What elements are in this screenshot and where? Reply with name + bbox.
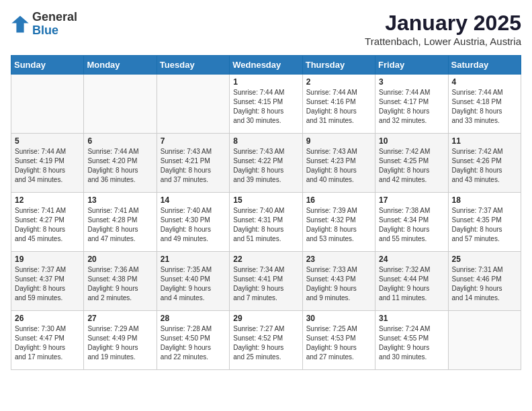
day-number: 10	[379, 136, 444, 146]
logo-general: General	[32, 11, 77, 24]
day-info: Sunrise: 7:41 AM Sunset: 4:28 PM Dayligh…	[87, 206, 152, 244]
day-number: 14	[161, 195, 226, 205]
day-header-thursday: Thursday	[302, 56, 375, 75]
day-info: Sunrise: 7:30 AM Sunset: 4:47 PM Dayligh…	[15, 324, 80, 362]
day-info: Sunrise: 7:24 AM Sunset: 4:55 PM Dayligh…	[379, 324, 444, 362]
day-cell: 31Sunrise: 7:24 AM Sunset: 4:55 PM Dayli…	[375, 311, 448, 370]
calendar-table: SundayMondayTuesdayWednesdayThursdayFrid…	[11, 55, 521, 370]
day-info: Sunrise: 7:28 AM Sunset: 4:50 PM Dayligh…	[161, 324, 226, 362]
day-number: 9	[306, 136, 371, 146]
day-info: Sunrise: 7:42 AM Sunset: 4:26 PM Dayligh…	[452, 147, 517, 185]
day-cell: 20Sunrise: 7:36 AM Sunset: 4:38 PM Dayli…	[84, 252, 157, 311]
day-header-tuesday: Tuesday	[157, 56, 229, 75]
day-info: Sunrise: 7:41 AM Sunset: 4:27 PM Dayligh…	[15, 206, 80, 244]
day-number: 13	[87, 195, 152, 205]
day-number: 12	[15, 195, 80, 205]
day-number: 21	[161, 255, 226, 264]
day-cell	[157, 75, 229, 134]
day-cell: 22Sunrise: 7:34 AM Sunset: 4:41 PM Dayli…	[230, 252, 302, 311]
day-header-sunday: Sunday	[11, 56, 84, 75]
day-cell: 30Sunrise: 7:25 AM Sunset: 4:53 PM Dayli…	[302, 311, 375, 370]
day-cell: 25Sunrise: 7:31 AM Sunset: 4:46 PM Dayli…	[448, 252, 521, 311]
day-number: 23	[306, 255, 371, 264]
day-cell	[84, 75, 157, 134]
day-header-wednesday: Wednesday	[230, 56, 302, 75]
title-block: January 2025 Trattenbach, Lower Austria,…	[365, 11, 521, 47]
day-cell: 23Sunrise: 7:33 AM Sunset: 4:43 PM Dayli…	[302, 252, 375, 311]
day-number: 6	[87, 136, 152, 146]
day-info: Sunrise: 7:43 AM Sunset: 4:21 PM Dayligh…	[161, 147, 226, 185]
day-info: Sunrise: 7:33 AM Sunset: 4:43 PM Dayligh…	[306, 265, 371, 303]
day-info: Sunrise: 7:35 AM Sunset: 4:40 PM Dayligh…	[161, 265, 226, 303]
day-number: 18	[452, 195, 517, 205]
day-cell: 28Sunrise: 7:28 AM Sunset: 4:50 PM Dayli…	[157, 311, 229, 370]
day-number: 5	[15, 136, 80, 146]
day-cell: 12Sunrise: 7:41 AM Sunset: 4:27 PM Dayli…	[11, 193, 84, 252]
week-row-2: 5Sunrise: 7:44 AM Sunset: 4:19 PM Daylig…	[11, 134, 521, 193]
day-info: Sunrise: 7:44 AM Sunset: 4:20 PM Dayligh…	[87, 147, 152, 185]
day-number: 28	[161, 314, 226, 323]
day-cell: 29Sunrise: 7:27 AM Sunset: 4:52 PM Dayli…	[230, 311, 302, 370]
day-cell: 7Sunrise: 7:43 AM Sunset: 4:21 PM Daylig…	[157, 134, 229, 193]
day-info: Sunrise: 7:31 AM Sunset: 4:46 PM Dayligh…	[452, 265, 517, 303]
day-number: 31	[379, 314, 444, 323]
day-info: Sunrise: 7:34 AM Sunset: 4:41 PM Dayligh…	[233, 265, 298, 303]
day-number: 15	[233, 195, 298, 205]
day-number: 27	[87, 314, 152, 323]
day-number: 4	[452, 77, 517, 87]
day-cell: 1Sunrise: 7:44 AM Sunset: 4:15 PM Daylig…	[230, 75, 302, 134]
day-info: Sunrise: 7:40 AM Sunset: 4:31 PM Dayligh…	[233, 206, 298, 244]
week-row-3: 12Sunrise: 7:41 AM Sunset: 4:27 PM Dayli…	[11, 193, 521, 252]
day-info: Sunrise: 7:44 AM Sunset: 4:18 PM Dayligh…	[452, 88, 517, 126]
day-cell: 21Sunrise: 7:35 AM Sunset: 4:40 PM Dayli…	[157, 252, 229, 311]
week-row-4: 19Sunrise: 7:37 AM Sunset: 4:37 PM Dayli…	[11, 252, 521, 311]
day-info: Sunrise: 7:37 AM Sunset: 4:35 PM Dayligh…	[452, 206, 517, 244]
day-number: 26	[15, 314, 80, 323]
day-info: Sunrise: 7:29 AM Sunset: 4:49 PM Dayligh…	[87, 324, 152, 362]
day-number: 16	[306, 195, 371, 205]
day-cell: 18Sunrise: 7:37 AM Sunset: 4:35 PM Dayli…	[448, 193, 521, 252]
day-number: 17	[379, 195, 444, 205]
day-cell: 24Sunrise: 7:32 AM Sunset: 4:44 PM Dayli…	[375, 252, 448, 311]
day-header-saturday: Saturday	[448, 56, 521, 75]
day-cell: 10Sunrise: 7:42 AM Sunset: 4:25 PM Dayli…	[375, 134, 448, 193]
day-info: Sunrise: 7:39 AM Sunset: 4:32 PM Dayligh…	[306, 206, 371, 244]
day-number: 29	[233, 314, 298, 323]
day-info: Sunrise: 7:43 AM Sunset: 4:22 PM Dayligh…	[233, 147, 298, 185]
day-number: 25	[452, 255, 517, 264]
day-cell: 26Sunrise: 7:30 AM Sunset: 4:47 PM Dayli…	[11, 311, 84, 370]
day-header-friday: Friday	[375, 56, 448, 75]
day-number: 11	[452, 136, 517, 146]
day-number: 2	[306, 77, 371, 87]
day-info: Sunrise: 7:27 AM Sunset: 4:52 PM Dayligh…	[233, 324, 298, 362]
day-cell: 8Sunrise: 7:43 AM Sunset: 4:22 PM Daylig…	[230, 134, 302, 193]
logo: General Blue	[11, 11, 77, 38]
day-number: 30	[306, 314, 371, 323]
day-cell: 2Sunrise: 7:44 AM Sunset: 4:16 PM Daylig…	[302, 75, 375, 134]
day-cell: 15Sunrise: 7:40 AM Sunset: 4:31 PM Dayli…	[230, 193, 302, 252]
day-info: Sunrise: 7:36 AM Sunset: 4:38 PM Dayligh…	[87, 265, 152, 303]
day-number: 22	[233, 255, 298, 264]
day-cell: 11Sunrise: 7:42 AM Sunset: 4:26 PM Dayli…	[448, 134, 521, 193]
day-cell	[11, 75, 84, 134]
calendar-title: January 2025	[365, 11, 521, 36]
day-header-monday: Monday	[84, 56, 157, 75]
day-info: Sunrise: 7:44 AM Sunset: 4:19 PM Dayligh…	[15, 147, 80, 185]
day-cell: 16Sunrise: 7:39 AM Sunset: 4:32 PM Dayli…	[302, 193, 375, 252]
day-cell: 9Sunrise: 7:43 AM Sunset: 4:23 PM Daylig…	[302, 134, 375, 193]
day-cell	[448, 311, 521, 370]
day-number: 20	[87, 255, 152, 264]
day-cell: 6Sunrise: 7:44 AM Sunset: 4:20 PM Daylig…	[84, 134, 157, 193]
day-number: 7	[161, 136, 226, 146]
week-row-5: 26Sunrise: 7:30 AM Sunset: 4:47 PM Dayli…	[11, 311, 521, 370]
day-number: 3	[379, 77, 444, 87]
day-info: Sunrise: 7:42 AM Sunset: 4:25 PM Dayligh…	[379, 147, 444, 185]
day-number: 19	[15, 255, 80, 264]
logo-icon	[11, 15, 30, 34]
day-cell: 4Sunrise: 7:44 AM Sunset: 4:18 PM Daylig…	[448, 75, 521, 134]
calendar-subtitle: Trattenbach, Lower Austria, Austria	[365, 36, 521, 47]
day-number: 8	[233, 136, 298, 146]
day-info: Sunrise: 7:37 AM Sunset: 4:37 PM Dayligh…	[15, 265, 80, 303]
day-cell: 19Sunrise: 7:37 AM Sunset: 4:37 PM Dayli…	[11, 252, 84, 311]
day-cell: 3Sunrise: 7:44 AM Sunset: 4:17 PM Daylig…	[375, 75, 448, 134]
